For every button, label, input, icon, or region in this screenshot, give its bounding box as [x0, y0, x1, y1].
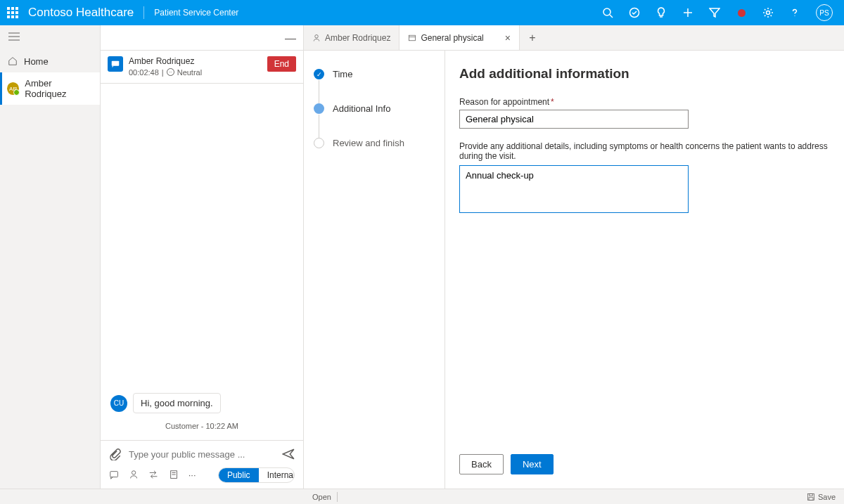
status-open: Open: [312, 493, 331, 501]
details-label: Provide any additional details, includin…: [459, 141, 830, 161]
help-icon[interactable]: [789, 7, 800, 18]
search-icon[interactable]: [602, 7, 613, 18]
next-button[interactable]: Next: [511, 454, 554, 474]
customer-avatar: CU: [110, 395, 127, 412]
app-subtitle: Patient Service Center: [154, 8, 238, 18]
nav-home[interactable]: Home: [0, 50, 100, 72]
separator: [143, 6, 144, 19]
patient-avatar-badge: AR: [7, 82, 19, 95]
wizard-stepper: ✓ Time Additional Info Review and finish: [304, 51, 445, 489]
chat-message-meta: Customer - 10:22 AM: [110, 422, 293, 430]
step-time[interactable]: ✓ Time: [314, 65, 435, 99]
hamburger-icon[interactable]: [0, 25, 100, 50]
svg-rect-22: [809, 497, 813, 500]
reason-label: Reason for appointment*: [459, 97, 830, 107]
svg-rect-18: [409, 35, 416, 41]
send-icon[interactable]: [282, 448, 295, 460]
tab-general-physical[interactable]: General physical ×: [399, 25, 520, 50]
user-avatar[interactable]: PS: [816, 4, 833, 21]
status-bar: Open Save: [0, 489, 844, 504]
step-review[interactable]: Review and finish: [314, 134, 435, 153]
svg-point-6: [767, 11, 770, 15]
lightbulb-icon[interactable]: [656, 7, 667, 18]
chat-session-name: Amber Rodriquez: [129, 56, 263, 67]
chat-message: Hi, good morning.: [133, 393, 221, 413]
settings-gear-icon[interactable]: [762, 7, 774, 18]
tab-patient-label: Amber Rodriquez: [325, 33, 390, 43]
minimize-icon[interactable]: —: [285, 32, 296, 45]
form-title: Add additional information: [459, 66, 830, 82]
brand-title: Contoso Healthcare: [28, 6, 134, 20]
tab-patient[interactable]: Amber Rodriquez: [304, 25, 399, 50]
tab-bar: Amber Rodriquez General physical × +: [304, 25, 844, 51]
sentiment-neutral-icon: ··: [167, 68, 174, 76]
quick-reply-icon[interactable]: [109, 470, 119, 481]
form-panel: Add additional information Reason for ap…: [445, 51, 844, 489]
tab-general-physical-label: General physical: [421, 33, 483, 43]
save-button[interactable]: Save: [807, 493, 836, 501]
attach-icon[interactable]: [109, 448, 122, 460]
tab-add-button[interactable]: +: [520, 25, 545, 50]
svg-rect-11: [112, 61, 120, 66]
step-additional-info[interactable]: Additional Info: [314, 99, 435, 134]
chat-session-header: Amber Rodriquez 00:02:48 | ·· Neutral En…: [101, 51, 303, 84]
step-pending-icon: [314, 138, 324, 148]
nav-patient-session[interactable]: AR Amber Rodriquez: [0, 72, 100, 105]
reason-input[interactable]: [459, 110, 689, 129]
home-icon: [7, 56, 18, 67]
top-bar: Contoso Healthcare Patient Service Cente…: [0, 0, 844, 25]
svg-line-1: [610, 15, 613, 18]
svg-point-7: [794, 15, 795, 16]
nav-home-label: Home: [24, 56, 49, 67]
svg-rect-21: [810, 493, 813, 496]
chat-channel-icon: [108, 56, 123, 72]
filter-icon[interactable]: [709, 7, 720, 18]
notes-icon[interactable]: [169, 470, 179, 481]
more-icon[interactable]: ···: [188, 470, 198, 481]
chat-sentiment: Neutral: [177, 67, 202, 77]
nav-patient-label: Amber Rodriquez: [25, 78, 93, 99]
save-label: Save: [818, 493, 836, 501]
consult-icon[interactable]: [129, 470, 139, 481]
transfer-icon[interactable]: [148, 470, 158, 481]
chat-message-input[interactable]: [129, 449, 275, 460]
step-done-icon: ✓: [314, 69, 324, 79]
back-button[interactable]: Back: [459, 454, 504, 474]
left-nav: Home AR Amber Rodriquez: [0, 25, 101, 489]
chat-duration: 00:02:48: [129, 67, 159, 77]
add-icon[interactable]: [682, 7, 693, 18]
recording-icon[interactable]: [736, 7, 747, 18]
chat-panel: — Amber Rodriquez 00:02:48 | ·· Neutral …: [101, 25, 304, 489]
app-launcher-icon[interactable]: [7, 7, 18, 18]
svg-point-13: [132, 471, 136, 474]
tab-close-icon[interactable]: ×: [505, 32, 511, 44]
svg-point-17: [315, 34, 319, 38]
svg-rect-12: [110, 472, 118, 477]
step-current-icon: [314, 103, 324, 114]
svg-point-0: [603, 8, 610, 15]
end-chat-button[interactable]: End: [267, 56, 296, 72]
task-check-icon[interactable]: [629, 7, 640, 18]
visibility-toggle: Public Internal: [218, 467, 295, 483]
pill-public[interactable]: Public: [219, 468, 259, 482]
pill-internal[interactable]: Internal: [259, 468, 295, 482]
details-textarea[interactable]: [459, 165, 689, 213]
